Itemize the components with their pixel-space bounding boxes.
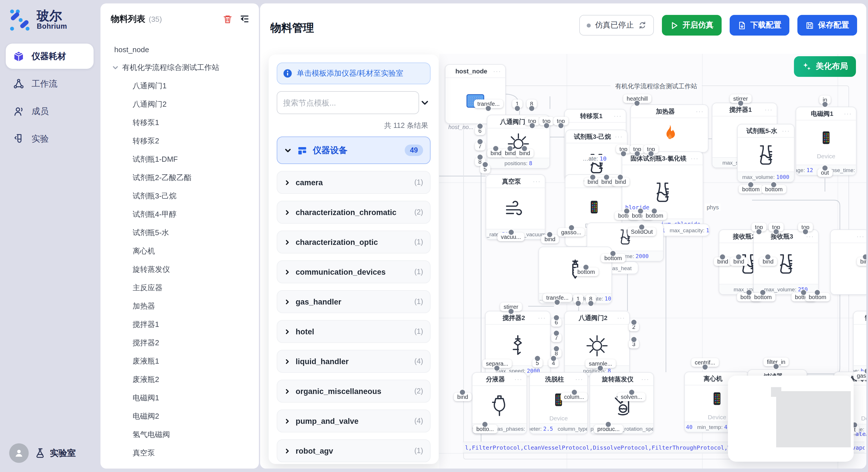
download-config-button[interactable]: 下载配置 [730,15,789,36]
tree-item[interactable]: 氢气电磁阀 [100,426,259,444]
port-dot-icon[interactable] [507,145,514,152]
port-4[interactable]: 4 [548,359,558,367]
category-item-communication_devices[interactable]: communication_devices(1) [277,260,431,283]
port-dot-icon[interactable] [748,181,754,188]
port-dot-icon[interactable] [571,389,577,396]
port-dot-icon[interactable] [514,105,520,111]
lab-entry[interactable]: 实验室 [34,447,76,459]
port-solven-[interactable]: solven... [617,393,646,401]
port-3[interactable]: 3 [629,340,639,348]
tree-item[interactable]: 废液瓶1 [100,352,259,370]
tree-item[interactable]: 转移泵1 [100,113,259,132]
simulation-status-pill[interactable]: 仿真已停止 [579,15,654,36]
port-botto-[interactable]: botto... [473,425,497,433]
port-dot-icon[interactable] [597,365,603,371]
port-8[interactable]: 8 [586,295,596,303]
category-item-pump_and_valve[interactable]: pump_and_valve(4) [277,409,431,432]
tree-item[interactable]: 转移泵2 [100,132,259,150]
port-dot-icon[interactable] [553,330,559,336]
delete-all-button[interactable] [221,12,234,25]
port-dot-icon[interactable] [822,101,828,107]
port-dot-icon[interactable] [528,105,535,111]
port-top[interactable]: top [525,117,539,125]
port-dot-icon[interactable] [639,224,645,230]
port-dot-icon[interactable] [765,254,771,260]
port-bottom[interactable]: bottom [805,293,830,301]
port-dot-icon[interactable] [773,363,779,370]
port-stirrer[interactable]: stirrer [500,303,522,311]
node-menu-icon[interactable]: ··· [515,376,522,382]
canvas-node-elution-column[interactable]: 洗脱柱···Devicediameter: 2.5column_type: si [529,372,588,434]
port-dot-icon[interactable] [583,264,589,270]
port-SolidOut[interactable]: SolidOut [627,227,656,236]
port-1[interactable]: 1 [512,100,522,108]
port-bottom[interactable]: bottom [751,293,775,301]
port-dot-icon[interactable] [634,100,640,106]
port-produc-[interactable]: produc... [594,425,623,433]
node-menu-icon[interactable]: ··· [782,127,790,134]
port-dot-icon[interactable] [736,254,742,260]
node-menu-icon[interactable]: ··· [617,314,625,321]
port-dot-icon[interactable] [460,389,466,396]
port-dot-icon[interactable] [631,336,637,343]
port-bottom[interactable]: bottom [574,268,598,276]
node-menu-icon[interactable]: ··· [533,178,541,185]
port-dot-icon[interactable] [534,355,540,362]
sidebar-item-experiment[interactable]: 实验 [6,126,94,151]
port-top[interactable]: top [539,117,554,125]
port-dot-icon[interactable] [802,229,809,235]
port-dot-icon[interactable] [822,165,828,171]
port-dot-icon[interactable] [547,231,553,238]
port-dot-icon[interactable] [756,229,762,235]
port-bottom[interactable]: bottom [762,185,786,194]
port-sample-[interactable]: sample... [585,359,615,368]
port-dot-icon[interactable] [493,145,499,152]
port-top[interactable]: top [616,145,631,154]
port-2[interactable]: 2 [629,323,639,331]
port-top[interactable]: top [553,117,568,125]
port-stirrer[interactable]: stirrer [730,94,751,103]
node-menu-icon[interactable]: ··· [575,376,583,382]
tree-item[interactable]: 有机化学流程综合测试工作站 [100,59,259,77]
port-dot-icon[interactable] [720,254,726,260]
port-in[interactable]: in [819,96,831,104]
node-menu-icon[interactable]: ··· [614,112,622,119]
port-dot-icon[interactable] [482,162,488,168]
collapse-panel-icon[interactable] [238,12,251,25]
port-bind[interactable]: bind [730,257,748,266]
node-menu-icon[interactable]: ··· [538,314,546,321]
bohrium-logo[interactable]: 玻尔 Bohrium [0,0,99,38]
port-centrif-[interactable]: centrif... [691,358,718,367]
port-dot-icon[interactable] [610,250,616,257]
search-input[interactable] [277,91,419,114]
sidebar-item-workflow[interactable]: 工作流 [6,71,94,96]
port-bottom[interactable]: bottom [642,211,666,220]
port-dot-icon[interactable] [651,208,658,214]
port-out[interactable]: out [817,168,832,177]
port-dot-icon[interactable] [648,150,654,157]
port-dot-icon[interactable] [553,345,559,352]
category-item-hotel[interactable]: hotel(1) [277,320,431,343]
port-dot-icon[interactable] [814,289,820,296]
tree-item[interactable]: 搅拌器1 [100,315,259,334]
tree-item[interactable]: 电磁阀1 [100,389,259,407]
port-dot-icon[interactable] [737,100,744,106]
port-transfe-[interactable]: transfe... [474,100,503,108]
tree-item[interactable]: 试剂瓶4-甲醇 [100,205,259,224]
port-dot-icon[interactable] [628,389,634,396]
refresh-icon[interactable] [639,21,646,29]
category-item-robot_agv[interactable]: robot_agv(1) [277,439,431,462]
node-menu-icon[interactable]: ··· [857,233,865,240]
port-dot-icon[interactable] [617,174,624,180]
node-menu-icon[interactable]: ··· [641,376,649,382]
port-dot-icon[interactable] [864,368,866,374]
port-dot-icon[interactable] [508,308,514,314]
port-dot-icon[interactable] [590,174,596,180]
collapse-list-icon[interactable] [420,98,429,107]
port-bottom[interactable]: bottom [739,185,763,194]
port-dot-icon[interactable] [522,145,528,152]
port-5[interactable]: 5 [480,165,490,173]
port-7[interactable]: 7 [475,142,485,150]
port-bind[interactable]: bind [454,393,472,401]
port-bind[interactable]: bind [612,177,629,186]
